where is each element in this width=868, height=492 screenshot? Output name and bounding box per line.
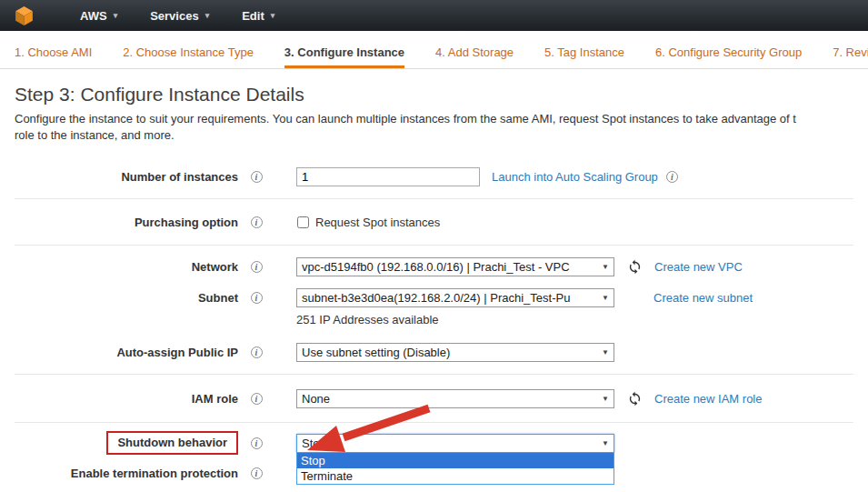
- shutdown-behavior-select[interactable]: Stop ▼ Stop Terminate: [296, 434, 614, 453]
- purchasing-option-label: Purchasing option: [15, 216, 238, 229]
- divider: [15, 374, 853, 375]
- iam-role-select-value: None: [302, 392, 597, 406]
- nav-menu-services[interactable]: Services ▾: [134, 0, 225, 31]
- subnet-ip-note: 251 IP Addresses available: [15, 312, 853, 328]
- shutdown-behavior-select-value: Stop: [302, 437, 597, 450]
- request-spot-instances-label: Request Spot instances: [315, 216, 440, 229]
- subnet-select-value: subnet-b3e3d0ea(192.168.2.0/24) | Prachi…: [302, 291, 597, 305]
- nav-menu-edit[interactable]: Edit ▾: [225, 0, 291, 31]
- dropdown-arrow-icon: ▼: [602, 395, 609, 403]
- chevron-down-icon: ▾: [271, 11, 275, 20]
- create-new-iam-role-link[interactable]: Create new IAM role: [654, 392, 763, 406]
- nav-menu-aws[interactable]: AWS ▾: [64, 0, 134, 31]
- page-title: Step 3: Configure Instance Details: [15, 84, 853, 105]
- network-select-value: vpc-d5194fb0 (192.168.0.0/16) | Prachi_T…: [302, 260, 597, 274]
- nav-menu-edit-label: Edit: [242, 9, 264, 23]
- create-new-subnet-link[interactable]: Create new subnet: [653, 291, 753, 305]
- network-label: Network: [15, 260, 238, 274]
- dropdown-option-terminate[interactable]: Terminate: [297, 468, 614, 484]
- aws-logo-icon[interactable]: [13, 4, 36, 27]
- row-purchasing-option: Purchasing option i Request Spot instanc…: [15, 203, 853, 241]
- divider: [15, 422, 853, 423]
- page-description-line1: Configure the instance to suit your requ…: [15, 111, 853, 127]
- termination-protection-label: Enable termination protection: [15, 467, 238, 480]
- row-number-of-instances: Number of instances i Launch into Auto S…: [15, 158, 853, 195]
- subnet-label: Subnet: [15, 291, 238, 305]
- row-auto-assign-public-ip: Auto-assign Public IP i Use subnet setti…: [15, 334, 853, 370]
- info-icon[interactable]: i: [251, 346, 263, 358]
- auto-assign-public-ip-value: Use subnet setting (Disable): [302, 346, 597, 359]
- divider: [15, 198, 853, 199]
- iam-role-label: IAM role: [15, 392, 238, 406]
- row-shutdown-behavior: Shutdown behavior i Stop ▼ Stop Terminat…: [15, 427, 853, 459]
- launch-into-auto-scaling-link[interactable]: Launch into Auto Scaling Group: [492, 170, 658, 184]
- info-icon[interactable]: i: [251, 393, 263, 405]
- info-icon[interactable]: i: [251, 171, 263, 183]
- dropdown-arrow-icon: ▼: [602, 263, 609, 271]
- top-navbar: AWS ▾ Services ▾ Edit ▾: [0, 0, 868, 31]
- dropdown-arrow-icon: ▼: [602, 294, 609, 302]
- info-icon[interactable]: i: [251, 216, 263, 228]
- auto-assign-public-ip-label: Auto-assign Public IP: [15, 346, 238, 359]
- create-new-vpc-link[interactable]: Create new VPC: [654, 260, 743, 274]
- refresh-iam-role-icon[interactable]: [627, 391, 643, 407]
- iam-role-select[interactable]: None ▼: [296, 389, 614, 408]
- number-of-instances-label: Number of instances: [15, 170, 238, 184]
- page-description-line2: role to the instance, and more.: [15, 127, 853, 144]
- row-subnet: Subnet i subnet-b3e3d0ea(192.168.2.0/24)…: [15, 284, 853, 311]
- info-icon[interactable]: i: [251, 292, 263, 304]
- network-select[interactable]: vpc-d5194fb0 (192.168.0.0/16) | Prachi_T…: [296, 257, 614, 276]
- shutdown-behavior-label: Shutdown behavior: [117, 436, 227, 449]
- number-of-instances-input[interactable]: [296, 167, 480, 186]
- main-content: Step 3: Configure Instance Details Confi…: [0, 69, 868, 492]
- info-icon[interactable]: i: [251, 437, 263, 449]
- info-icon[interactable]: i: [251, 467, 263, 479]
- info-icon[interactable]: i: [251, 261, 263, 273]
- chevron-down-icon: ▾: [205, 11, 210, 20]
- tab-add-storage[interactable]: 4. Add Storage: [435, 45, 514, 68]
- row-monitoring: Monitoring i Enable CloudWatch detailed …: [15, 487, 853, 492]
- divider: [15, 245, 853, 246]
- subnet-select[interactable]: subnet-b3e3d0ea(192.168.2.0/24) | Prachi…: [296, 288, 614, 307]
- wizard-step-tabs: 1. Choose AMI 2. Choose Instance Type 3.…: [0, 31, 868, 69]
- auto-assign-public-ip-select[interactable]: Use subnet setting (Disable) ▼: [296, 343, 614, 362]
- request-spot-instances-checkbox[interactable]: [297, 216, 309, 228]
- configure-instance-form: Number of instances i Launch into Auto S…: [15, 158, 853, 492]
- tab-review[interactable]: 7. Review: [833, 45, 868, 68]
- tab-choose-ami[interactable]: 1. Choose AMI: [15, 45, 92, 68]
- dropdown-arrow-icon: ▼: [602, 348, 609, 356]
- tab-choose-instance-type[interactable]: 2. Choose Instance Type: [123, 45, 254, 68]
- aws-console-wizard: AWS ▾ Services ▾ Edit ▾ 1. Choose AMI 2.…: [0, 0, 868, 492]
- row-network: Network i vpc-d5194fb0 (192.168.0.0/16) …: [15, 249, 853, 284]
- refresh-vpc-icon[interactable]: [627, 259, 643, 275]
- dropdown-option-stop[interactable]: Stop: [297, 453, 614, 468]
- nav-menu-aws-label: AWS: [80, 9, 107, 23]
- chevron-down-icon: ▾: [114, 11, 118, 20]
- row-iam-role: IAM role i None ▼ Create new IAM role: [15, 378, 853, 418]
- tab-tag-instance[interactable]: 5. Tag Instance: [544, 45, 624, 68]
- shutdown-behavior-dropdown: Stop Terminate: [296, 452, 614, 485]
- info-icon[interactable]: i: [666, 171, 678, 183]
- dropdown-arrow-icon: ▼: [602, 439, 609, 447]
- tab-configure-security-group[interactable]: 6. Configure Security Group: [655, 45, 802, 68]
- tab-configure-instance[interactable]: 3. Configure Instance: [284, 45, 404, 68]
- nav-menu-services-label: Services: [150, 9, 199, 23]
- shutdown-behavior-highlight-box: Shutdown behavior: [106, 431, 238, 455]
